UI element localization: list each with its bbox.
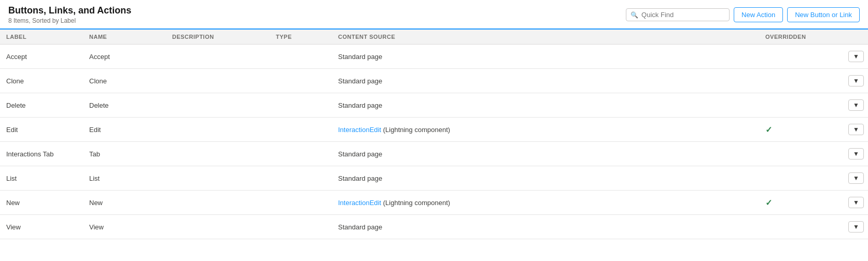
cell-content-source: InteractionEdit (Lightning component): [332, 118, 759, 142]
col-header-name: NAME: [83, 30, 166, 45]
cell-overridden: [759, 142, 842, 166]
cell-row-action: ▼: [842, 69, 868, 93]
row-dropdown-button[interactable]: ▼: [848, 221, 864, 233]
col-header-overridden: OVERRIDDEN: [759, 30, 842, 45]
cell-content-source: Standard page: [332, 166, 759, 191]
cell-row-action: ▼: [842, 45, 868, 69]
cell-type: [270, 166, 332, 191]
cell-label: View: [0, 215, 83, 239]
cell-description: [166, 142, 270, 166]
cell-name: Edit: [83, 118, 166, 142]
cell-description: [166, 45, 270, 69]
row-dropdown-button[interactable]: ▼: [848, 172, 864, 184]
cell-label: Edit: [0, 118, 83, 142]
cell-type: [270, 69, 332, 93]
cell-row-action: ▼: [842, 118, 868, 142]
page-title: Buttons, Links, and Actions: [8, 5, 131, 16]
cell-content-source: Standard page: [332, 215, 759, 239]
cell-name: New: [83, 191, 166, 215]
table-row: CloneCloneStandard page▼: [0, 69, 868, 93]
cell-overridden: [759, 69, 842, 93]
cell-name: List: [83, 166, 166, 191]
cell-type: [270, 142, 332, 166]
row-dropdown-button[interactable]: ▼: [848, 124, 864, 135]
cell-name: Accept: [83, 45, 166, 69]
content-source-link[interactable]: InteractionEdit: [338, 126, 381, 134]
cell-name: Tab: [83, 142, 166, 166]
cell-type: [270, 215, 332, 239]
cell-type: [270, 191, 332, 215]
cell-row-action: ▼: [842, 142, 868, 166]
cell-content-source: Standard page: [332, 69, 759, 93]
row-dropdown-button[interactable]: ▼: [848, 99, 864, 111]
table-row: ListListStandard page▼: [0, 166, 868, 191]
cell-overridden: ✓: [759, 191, 842, 215]
cell-label: Clone: [0, 69, 83, 93]
cell-description: [166, 69, 270, 93]
cell-name: View: [83, 215, 166, 239]
header-right: 🔍 New Action New Button or Link: [626, 7, 860, 22]
cell-type: [270, 45, 332, 69]
cell-content-source: Standard page: [332, 142, 759, 166]
search-box[interactable]: 🔍: [626, 8, 730, 21]
cell-overridden: ✓: [759, 118, 842, 142]
table-header-row: LABEL NAME DESCRIPTION TYPE CONTENT SOUR…: [0, 30, 868, 45]
col-header-action: [842, 30, 868, 45]
cell-description: [166, 191, 270, 215]
table-row: NewNewInteractionEdit (Lightning compone…: [0, 191, 868, 215]
cell-content-source: Standard page: [332, 93, 759, 118]
overridden-checkmark: ✓: [765, 198, 772, 207]
cell-name: Delete: [83, 93, 166, 118]
cell-row-action: ▼: [842, 191, 868, 215]
cell-type: [270, 93, 332, 118]
table-row: ViewViewStandard page▼: [0, 215, 868, 239]
overridden-checkmark: ✓: [765, 125, 772, 134]
table-container: LABEL NAME DESCRIPTION TYPE CONTENT SOUR…: [0, 30, 868, 239]
col-header-content-source: CONTENT SOURCE: [332, 30, 759, 45]
cell-row-action: ▼: [842, 215, 868, 239]
table-row: DeleteDeleteStandard page▼: [0, 93, 868, 118]
table-row: EditEditInteractionEdit (Lightning compo…: [0, 118, 868, 142]
row-dropdown-button[interactable]: ▼: [848, 197, 864, 208]
cell-label: Accept: [0, 45, 83, 69]
page-header: Buttons, Links, and Actions 8 Items, Sor…: [0, 0, 868, 30]
cell-overridden: [759, 215, 842, 239]
cell-row-action: ▼: [842, 93, 868, 118]
cell-content-source: Standard page: [332, 45, 759, 69]
new-action-button[interactable]: New Action: [734, 7, 783, 22]
search-input[interactable]: [641, 11, 725, 19]
col-header-type: TYPE: [270, 30, 332, 45]
row-dropdown-button[interactable]: ▼: [848, 75, 864, 86]
content-source-link[interactable]: InteractionEdit: [338, 199, 381, 207]
cell-type: [270, 118, 332, 142]
row-dropdown-button[interactable]: ▼: [848, 148, 864, 160]
cell-overridden: [759, 45, 842, 69]
col-header-label: LABEL: [0, 30, 83, 45]
cell-description: [166, 166, 270, 191]
cell-label: New: [0, 191, 83, 215]
cell-name: Clone: [83, 69, 166, 93]
cell-description: [166, 118, 270, 142]
cell-overridden: [759, 93, 842, 118]
search-icon: 🔍: [631, 11, 638, 19]
cell-content-source: InteractionEdit (Lightning component): [332, 191, 759, 215]
page-subtitle: 8 Items, Sorted by Label: [8, 17, 131, 24]
cell-label: Delete: [0, 93, 83, 118]
cell-label: Interactions Tab: [0, 142, 83, 166]
table-row: AcceptAcceptStandard page▼: [0, 45, 868, 69]
new-button-or-link-button[interactable]: New Button or Link: [787, 7, 860, 22]
cell-description: [166, 215, 270, 239]
cell-label: List: [0, 166, 83, 191]
row-dropdown-button[interactable]: ▼: [848, 51, 864, 62]
table-row: Interactions TabTabStandard page▼: [0, 142, 868, 166]
actions-table: LABEL NAME DESCRIPTION TYPE CONTENT SOUR…: [0, 30, 868, 239]
col-header-description: DESCRIPTION: [166, 30, 270, 45]
header-left: Buttons, Links, and Actions 8 Items, Sor…: [8, 5, 131, 24]
cell-description: [166, 93, 270, 118]
cell-row-action: ▼: [842, 166, 868, 191]
cell-overridden: [759, 166, 842, 191]
